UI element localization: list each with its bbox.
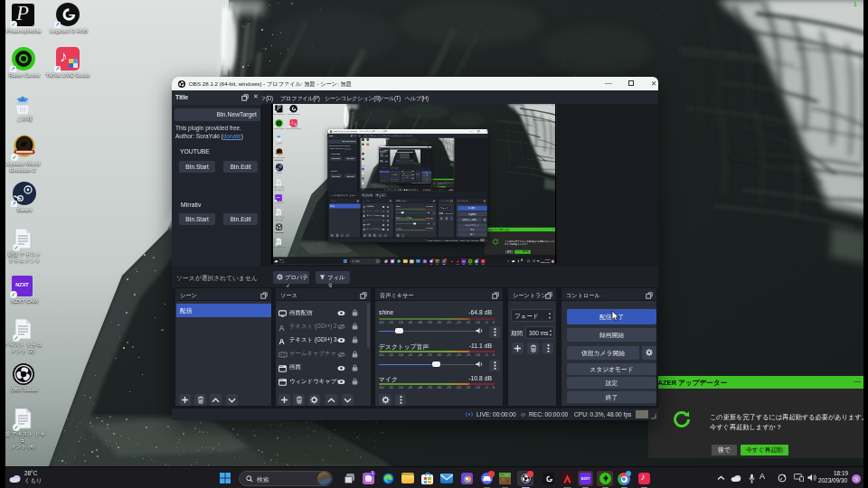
svg-text:A: A bbox=[279, 324, 285, 332]
svg-text:A: A bbox=[363, 211, 364, 213]
svg-text:A: A bbox=[279, 337, 285, 345]
svg-text:A: A bbox=[363, 215, 364, 218]
